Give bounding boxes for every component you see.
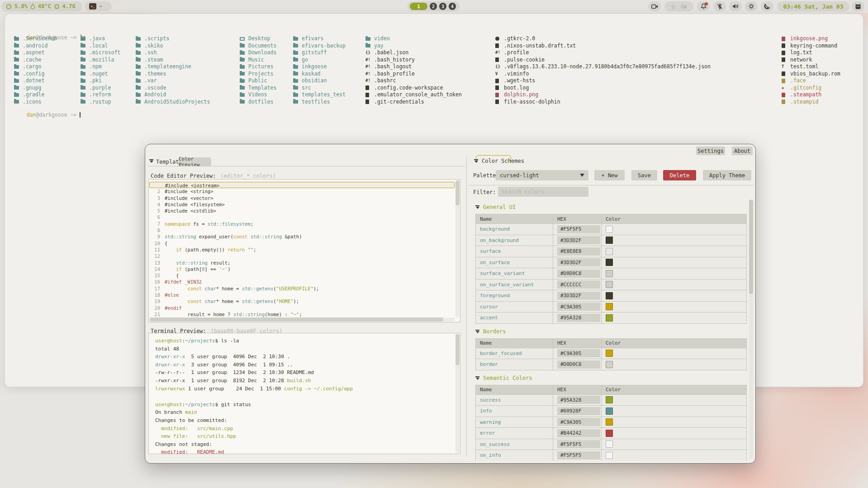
screencast-icon[interactable]	[648, 1, 661, 11]
dir-entry: go	[293, 57, 346, 64]
terminal-preview-line: drwxr-xr-x 3 user group 4096 Dec 1 09:15…	[155, 361, 454, 369]
bluetooth-off-icon[interactable]	[713, 1, 726, 11]
hex-input[interactable]: #C9A305	[557, 418, 600, 426]
code-editor-vscrollbar[interactable]	[455, 180, 460, 317]
night-light-off-icon[interactable]	[761, 1, 773, 11]
dir-entry: .nuget	[81, 71, 120, 78]
table-row: foreground#3D3D2F	[476, 290, 746, 301]
terminal-preview-vscrollbar[interactable]	[455, 334, 460, 453]
terminal-preview-line: drwxr-xr-x 5 user group 4096 Dec 2 10:30…	[155, 353, 454, 361]
color-swatch[interactable]	[606, 361, 613, 368]
color-swatch[interactable]	[606, 237, 613, 244]
color-cell	[601, 313, 746, 323]
code-line: 11 if (path.empty()) return "";	[149, 246, 455, 253]
color-swatch[interactable]	[606, 452, 613, 459]
apply-theme-button[interactable]: Apply Theme	[703, 170, 751, 180]
collapse-templates-icon[interactable]	[149, 159, 153, 163]
color-swatch[interactable]	[606, 248, 613, 255]
dir-entry: efivars-backup	[293, 43, 346, 50]
workspace-2[interactable]: 2	[430, 3, 437, 10]
hex-input[interactable]: #F5F5F5	[557, 440, 600, 448]
prompt-line-current[interactable]: dan@darkgoose ~>	[14, 105, 81, 124]
hex-input[interactable]: #D0D0C8	[557, 270, 600, 278]
tab-color-preview[interactable]: Color Preview	[179, 157, 211, 166]
new-palette-button[interactable]: + New	[594, 170, 625, 180]
file-entry: {}.babel.json	[365, 49, 462, 57]
tray-app-icon[interactable]	[852, 1, 864, 11]
screenshot-disabled-icon[interactable]	[680, 4, 687, 9]
palette-dropdown[interactable]: cursed-light	[496, 170, 588, 180]
section-header[interactable]: General UI	[475, 203, 750, 211]
settings-label: Settings	[697, 148, 724, 154]
section-header[interactable]: Borders	[475, 327, 750, 336]
prompt-host: @darkgoose ~>	[36, 112, 80, 118]
hex-input[interactable]: #3D3D2F	[557, 292, 600, 300]
color-swatch[interactable]	[606, 430, 613, 437]
color-swatch[interactable]	[606, 281, 613, 288]
color-swatch[interactable]	[606, 418, 613, 426]
color-swatch[interactable]	[606, 226, 613, 233]
file-entry: network	[782, 57, 840, 64]
collapse-section-icon[interactable]	[475, 330, 479, 333]
flameshot-disabled-icon[interactable]	[671, 4, 676, 9]
brightness-icon[interactable]	[745, 1, 758, 11]
dir-entry: templates_test	[293, 91, 346, 99]
code-line: 2#include <string>	[149, 188, 455, 194]
color-cell	[601, 257, 746, 268]
color-swatch[interactable]	[606, 303, 613, 310]
workspace-4[interactable]: 4	[449, 3, 456, 10]
hex-input[interactable]: #60928F	[557, 407, 600, 415]
color-table: NameHEXColorbackground#F5F5F5on_backgrou…	[475, 214, 747, 324]
hex-input[interactable]: #E8E8E8	[557, 247, 600, 256]
terminal-preview-line: -rwxr-xr-x 1 user group 8192 Dec 2 10:28…	[155, 377, 454, 385]
clock[interactable]: 03:46 Sat, Jan 03	[777, 1, 849, 11]
code-editor-hscrollbar[interactable]	[149, 317, 455, 322]
collapse-color-schemes-icon[interactable]	[474, 159, 478, 163]
column-header: Color	[601, 385, 746, 394]
filter-input[interactable]	[498, 187, 588, 197]
hex-input[interactable]: #B44242	[557, 429, 600, 437]
hex-input[interactable]: #F5F5F5	[557, 225, 600, 233]
file-entry: V.viminfo	[495, 71, 711, 78]
about-button[interactable]: About	[732, 147, 753, 155]
color-swatch[interactable]	[606, 350, 613, 357]
color-name: on_success	[476, 439, 553, 450]
hex-input[interactable]: #CCCCCC	[557, 280, 600, 289]
collapse-section-icon[interactable]	[475, 205, 479, 209]
settings-button[interactable]: Settings	[696, 147, 725, 155]
terminal-preview-line: modified: src/main.cpp	[155, 425, 454, 433]
workspace-1-active[interactable]: 1	[410, 3, 427, 10]
color-swatch[interactable]	[606, 314, 613, 322]
delete-button[interactable]: Delete	[663, 170, 696, 180]
section-header[interactable]: Semantic Colors	[475, 374, 750, 382]
dir-entry: .templateengine	[136, 63, 210, 71]
code-preview-label-row: Code Editor Preview: (editor_* colors)	[151, 171, 276, 180]
hex-input[interactable]: #F5F5F5	[557, 451, 600, 460]
workspace-3[interactable]: 3	[439, 3, 446, 10]
focused-window-pill[interactable]: >_ ~	[85, 1, 112, 11]
hex-input[interactable]: #95A328	[557, 396, 600, 404]
volume-icon[interactable]	[729, 1, 742, 11]
notifications-icon[interactable]	[697, 1, 710, 11]
hex-input[interactable]: #3D3D2F	[557, 258, 600, 266]
dir-entry: Projects	[240, 71, 276, 78]
color-swatch[interactable]	[606, 396, 613, 403]
color-swatch[interactable]	[606, 270, 613, 277]
color-swatch[interactable]	[606, 441, 613, 448]
hex-input[interactable]: #D0D0C8	[557, 360, 600, 369]
color-tables-vscrollbar[interactable]	[749, 199, 753, 459]
dir-entry: .skiko	[136, 43, 210, 50]
dir-entry: inkgoose	[293, 63, 346, 71]
save-button[interactable]: Save	[631, 170, 657, 180]
hex-input[interactable]: #C9A305	[557, 349, 600, 357]
hex-input[interactable]: #95A328	[557, 314, 600, 322]
hex-input[interactable]: #C9A305	[557, 303, 600, 311]
color-swatch[interactable]	[606, 259, 613, 266]
hex-input[interactable]: #3D3D2F	[557, 236, 600, 244]
dir-entry: Music	[240, 57, 276, 64]
color-swatch[interactable]	[606, 292, 613, 299]
apply-theme-label: Apply Theme	[709, 172, 745, 179]
hex-cell: #F5F5F5	[553, 439, 601, 450]
color-swatch[interactable]	[606, 407, 613, 415]
collapse-section-icon[interactable]	[475, 376, 479, 380]
